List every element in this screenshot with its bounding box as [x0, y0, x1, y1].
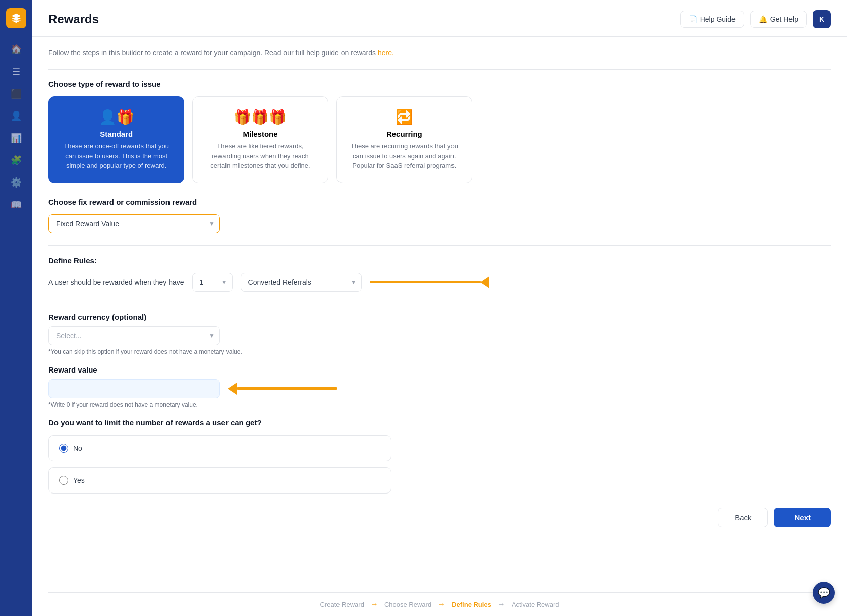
step-arrow-3: → [497, 600, 505, 609]
chat-bubble-button[interactable]: 💬 [813, 582, 835, 604]
fix-reward-label: Choose fix reward or commission reward [48, 198, 831, 206]
milestone-title: Milestone [203, 130, 317, 138]
help-link[interactable]: here. [378, 49, 394, 57]
progress-steps: Create Reward → Choose Reward → Define R… [48, 592, 831, 616]
radio-yes-label: Yes [73, 476, 85, 484]
limit-label: Do you want to limit the number of rewar… [48, 418, 831, 427]
radio-no[interactable] [59, 444, 68, 453]
reward-value-input[interactable] [48, 379, 220, 398]
arrow-annotation-value [228, 383, 337, 395]
reward-type-grid: 👤🎁 Standard These are once-off rewards t… [48, 96, 472, 183]
page-header: Rewards 📄 Help Guide 🔔 Get Help K [32, 0, 847, 37]
sidebar-item-list[interactable]: ☰ [7, 63, 25, 81]
page-footer: Create Reward → Choose Reward → Define R… [32, 592, 847, 616]
rule-text: A user should be rewarded when they have [48, 278, 184, 286]
recurring-desc: These are recurring rewards that you can… [347, 141, 462, 171]
limit-section: Do you want to limit the number of rewar… [48, 418, 831, 494]
step-create-reward: Create Reward [314, 601, 370, 608]
bell-icon: 🔔 [759, 15, 767, 23]
avatar[interactable]: K [813, 10, 831, 28]
page-title: Rewards [48, 12, 99, 26]
currency-select-wrapper: Select... ▼ [48, 326, 220, 345]
back-button[interactable]: Back [718, 508, 768, 527]
standard-title: Standard [59, 130, 174, 138]
radio-no-label: No [73, 444, 82, 452]
standard-desc: These are once-off rewards that you can … [59, 141, 174, 171]
sidebar-item-chart[interactable]: 📊 [7, 129, 25, 147]
sidebar-item-layers[interactable]: ⬛ [7, 85, 25, 103]
reward-type-label: Choose type of reward to issue [48, 80, 831, 88]
sidebar-item-users[interactable]: 👤 [7, 107, 25, 125]
milestone-desc: These are like tiered rewards, rewarding… [203, 141, 317, 171]
event-select-wrapper: Converted Referrals Clicks Signups ▼ [241, 273, 362, 292]
sidebar-item-home[interactable]: 🏠 [7, 40, 25, 58]
reward-currency-section: Reward currency (optional) Select... ▼ *… [48, 313, 831, 355]
currency-hint: *You can skip this option if your reward… [48, 348, 831, 355]
reward-card-milestone[interactable]: 🎁🎁🎁 Milestone These are like tiered rewa… [192, 96, 328, 183]
reward-value-section: Reward value *Write 0 if your reward doe… [48, 365, 831, 408]
quantity-select[interactable]: 1 2 3 4 5 [192, 273, 233, 292]
currency-select[interactable]: Select... [48, 326, 220, 345]
standard-icon: 👤🎁 [59, 109, 174, 126]
header-actions: 📄 Help Guide 🔔 Get Help K [680, 10, 831, 28]
step-define-rules: Define Rules [445, 601, 497, 608]
step-arrow-2: → [437, 600, 445, 609]
event-select[interactable]: Converted Referrals Clicks Signups [241, 273, 362, 292]
radio-yes-option[interactable]: Yes [48, 467, 391, 494]
fix-reward-select[interactable]: Fixed Reward Value Commission Reward [48, 214, 220, 233]
define-rules-label: Define Rules: [48, 256, 831, 265]
page-subtitle: Follow the steps in this builder to crea… [48, 49, 831, 57]
recurring-icon: 🔁 [347, 109, 462, 126]
content-area: Follow the steps in this builder to crea… [32, 37, 847, 592]
get-help-button[interactable]: 🔔 Get Help [750, 11, 807, 28]
help-guide-button[interactable]: 📄 Help Guide [680, 11, 744, 28]
document-icon: 📄 [689, 15, 697, 23]
reward-card-recurring[interactable]: 🔁 Recurring These are recurring rewards … [336, 96, 472, 183]
sidebar-item-settings[interactable]: ⚙️ [7, 173, 25, 192]
sidebar-item-book[interactable]: 📖 [7, 196, 25, 214]
fix-reward-select-wrapper: Fixed Reward Value Commission Reward ▼ [48, 214, 220, 233]
arrow-annotation-rules [370, 276, 489, 288]
radio-yes[interactable] [59, 476, 68, 485]
quantity-select-wrapper: 1 2 3 4 5 ▼ [192, 273, 233, 292]
step-choose-reward: Choose Reward [378, 601, 437, 608]
fix-reward-row: Fixed Reward Value Commission Reward ▼ [48, 214, 831, 233]
sidebar: 🏠 ☰ ⬛ 👤 📊 🧩 ⚙️ 📖 [0, 0, 32, 616]
action-buttons: Back Next [48, 500, 831, 535]
main-content: Rewards 📄 Help Guide 🔔 Get Help K Follow… [32, 0, 847, 616]
recurring-title: Recurring [347, 130, 462, 138]
reward-currency-label: Reward currency (optional) [48, 313, 831, 321]
step-activate-reward: Activate Reward [505, 601, 566, 608]
reward-value-label: Reward value [48, 365, 831, 374]
step-arrow-1: → [370, 600, 378, 609]
next-button[interactable]: Next [774, 508, 831, 527]
reward-value-row [48, 379, 831, 398]
reward-value-hint: *Write 0 if your reward does not have a … [48, 401, 831, 408]
milestone-icon: 🎁🎁🎁 [203, 109, 317, 126]
radio-no-option[interactable]: No [48, 435, 391, 461]
app-logo[interactable] [6, 8, 26, 28]
sidebar-item-puzzle[interactable]: 🧩 [7, 151, 25, 169]
define-rules-row: A user should be rewarded when they have… [48, 273, 831, 292]
reward-card-standard[interactable]: 👤🎁 Standard These are once-off rewards t… [48, 96, 184, 183]
